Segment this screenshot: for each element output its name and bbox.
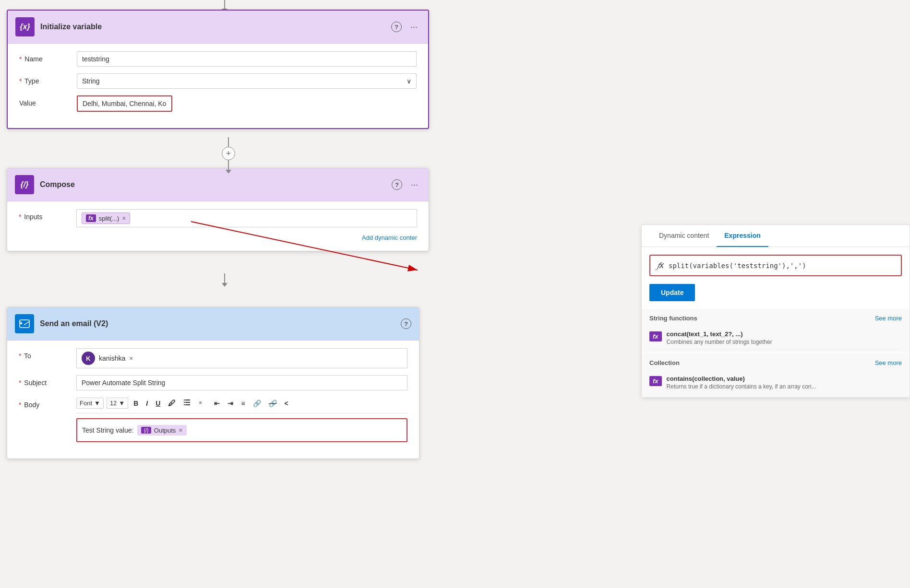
outputs-chip[interactable]: {/} Outputs × (137, 425, 186, 435)
compose-card-actions: ? ··· (392, 179, 421, 191)
italic-button[interactable]: I (144, 398, 150, 409)
email-card-actions: ? (401, 318, 411, 329)
add-dynamic-content[interactable]: Add dynamic conter (19, 234, 417, 241)
inputs-row: * Inputs fx split(...) × (19, 209, 417, 227)
fx-icon: fx (86, 214, 96, 222)
bold-button[interactable]: B (131, 398, 141, 409)
expression-panel: Dynamic content Expression 𝑓x split(vari… (641, 224, 910, 398)
email-card: Send an email (V2) ? * To K kanishka × (7, 307, 419, 459)
num-list-icon: ≡ (199, 399, 206, 406)
tab-expression[interactable]: Expression (717, 225, 768, 247)
string-see-more[interactable]: See more (875, 315, 902, 322)
init-card-icon: {x} (15, 17, 35, 36)
svg-rect-7 (184, 404, 185, 405)
mid-arrow-head-2 (222, 283, 228, 287)
contains-name: contains(collection, value) (667, 375, 816, 382)
string-functions-section: String functions See more fx concat(text… (642, 309, 910, 353)
indent-right-button[interactable]: ⇥ (225, 398, 236, 409)
name-label: * Name (19, 51, 77, 63)
contains-info: contains(collection, value) Returns true… (667, 375, 816, 390)
init-card-actions: ? ··· (391, 21, 420, 33)
subject-input[interactable] (76, 375, 407, 390)
color-button[interactable]: 🖊 (166, 398, 178, 409)
init-more-button[interactable]: ··· (407, 21, 420, 33)
email-icon-svg (19, 318, 30, 329)
email-card-header: Send an email (V2) ? (7, 307, 419, 341)
concat-function[interactable]: fx concat(text_1, text_2?, ...) Combines… (649, 327, 902, 350)
collection-see-more[interactable]: See more (875, 359, 902, 366)
svg-rect-4 (185, 400, 190, 400)
init-help-icon[interactable]: ? (391, 22, 402, 32)
concat-desc: Combines any number of strings together (667, 339, 772, 345)
font-size-selector[interactable]: 12 ▼ (107, 398, 128, 409)
compose-help-icon[interactable]: ? (392, 179, 402, 190)
body-text: Test String value: (82, 426, 133, 434)
value-input-wrapper (77, 95, 417, 112)
compose-chip-icon: {/} (141, 427, 151, 434)
body-content[interactable]: Test String value: {/} Outputs × (76, 418, 407, 442)
initialize-variable-card: {x} Initialize variable ? ··· * Name * (7, 10, 429, 129)
mid-connector: + (222, 137, 235, 174)
value-row: Value (19, 95, 417, 112)
init-card-title: Initialize variable (40, 23, 391, 31)
recipient-remove[interactable]: × (129, 354, 133, 362)
name-input[interactable] (77, 51, 417, 67)
recipient-name: kanishka (99, 354, 125, 362)
type-label: * Type (19, 73, 77, 85)
bullet-list-icon (183, 399, 191, 406)
num-list-button[interactable]: ≡ (196, 397, 209, 409)
collection-title: Collection (649, 359, 680, 366)
to-row: * To K kanishka × (19, 348, 407, 368)
compose-card: {/} Compose ? ··· * Inputs fx split(...)… (7, 168, 429, 251)
inputs-field[interactable]: fx split(...) × (76, 209, 417, 227)
outputs-close[interactable]: × (179, 426, 182, 434)
connector-line-2a (224, 273, 225, 283)
compose-more-button[interactable]: ··· (408, 179, 421, 191)
type-row: * Type String ∨ (19, 73, 417, 89)
init-card-body: * Name * Type String ∨ Value (8, 44, 428, 128)
email-card-icon (15, 314, 34, 333)
concat-name: concat(text_1, text_2?, ...) (667, 330, 772, 338)
split-token[interactable]: fx split(...) × (82, 212, 130, 224)
tab-dynamic-content[interactable]: Dynamic content (651, 225, 717, 247)
expression-area[interactable]: 𝑓x split(variables('teststring'),',') (649, 255, 902, 276)
type-select[interactable]: String ∨ (77, 73, 417, 89)
body-label: * Body (19, 397, 76, 409)
email-card-body: * To K kanishka × * Subject (7, 341, 419, 459)
string-functions-header: String functions See more (649, 315, 902, 322)
more-toolbar-button[interactable]: < (282, 398, 291, 409)
font-selector[interactable]: Font ▼ (76, 398, 104, 409)
indent-left-button[interactable]: ⇤ (212, 398, 222, 409)
fx-large-icon: 𝑓x (657, 260, 664, 270)
recipient-avatar: K (82, 352, 95, 365)
connector-line-mid2 (228, 160, 229, 170)
svg-rect-8 (185, 404, 190, 405)
unlink-button[interactable]: 🔗 (266, 398, 279, 409)
inputs-label: * Inputs (19, 209, 76, 221)
token-close[interactable]: × (122, 214, 126, 222)
to-label: * To (19, 348, 76, 360)
bullet-list-button[interactable] (181, 397, 193, 409)
contains-function[interactable]: fx contains(collection, value) Returns t… (649, 371, 902, 394)
concat-fx-icon: fx (649, 331, 662, 341)
mid-connector-2 (222, 273, 228, 287)
email-help-icon[interactable]: ? (401, 318, 411, 329)
svg-text:≡: ≡ (199, 400, 202, 405)
svg-rect-5 (184, 402, 185, 403)
add-step-button[interactable]: + (222, 147, 235, 160)
body-row: * Body Font ▼ 12 ▼ B (19, 397, 407, 442)
underline-button[interactable]: U (153, 398, 163, 409)
expression-text: split(variables('teststring'),',') (669, 262, 806, 270)
compose-card-title: Compose (40, 180, 392, 189)
collection-header: Collection See more (649, 359, 902, 366)
link-button[interactable]: 🔗 (251, 398, 263, 409)
to-field[interactable]: K kanishka × (76, 348, 407, 368)
value-input[interactable] (77, 95, 172, 112)
svg-rect-2 (20, 323, 22, 324)
mid-arrow-head (226, 170, 231, 174)
update-button[interactable]: Update (649, 284, 695, 301)
name-row: * Name (19, 51, 417, 67)
body-toolbar: Font ▼ 12 ▼ B I U 🖊 (76, 397, 407, 413)
concat-info: concat(text_1, text_2?, ...) Combines an… (667, 330, 772, 345)
align-button[interactable]: ≡ (239, 398, 247, 409)
